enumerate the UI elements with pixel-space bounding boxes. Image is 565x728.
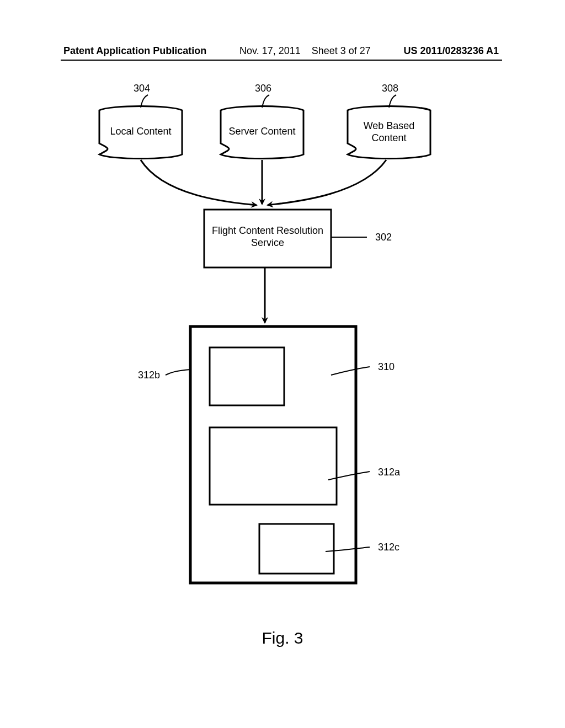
display-panel [190, 326, 356, 583]
figure-caption: Fig. 3 [0, 629, 565, 647]
server-content-node [221, 106, 303, 159]
figure-diagram [0, 0, 565, 728]
web-content-node [348, 106, 430, 159]
arrow-local-to-service [141, 160, 257, 205]
arrow-web-to-service [268, 160, 386, 205]
ref-leader-312b [166, 370, 190, 375]
local-content-node [99, 106, 182, 159]
service-box [204, 210, 331, 267]
